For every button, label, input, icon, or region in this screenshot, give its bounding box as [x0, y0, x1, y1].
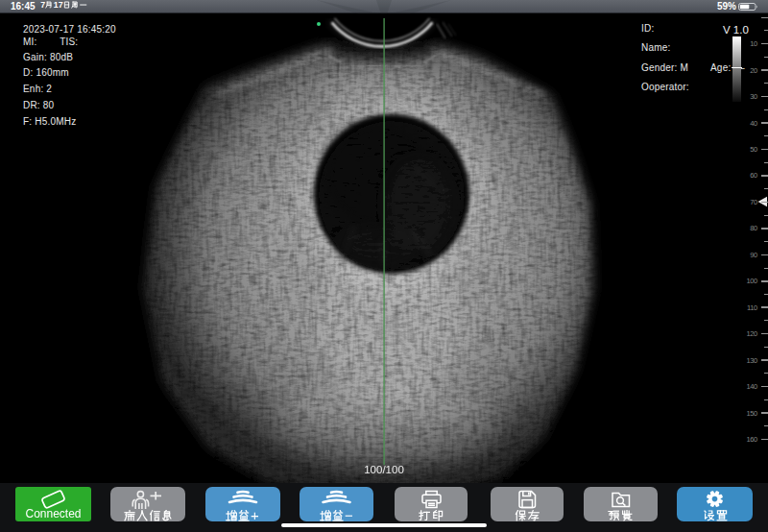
svg-text:Connected: Connected — [25, 507, 81, 520]
